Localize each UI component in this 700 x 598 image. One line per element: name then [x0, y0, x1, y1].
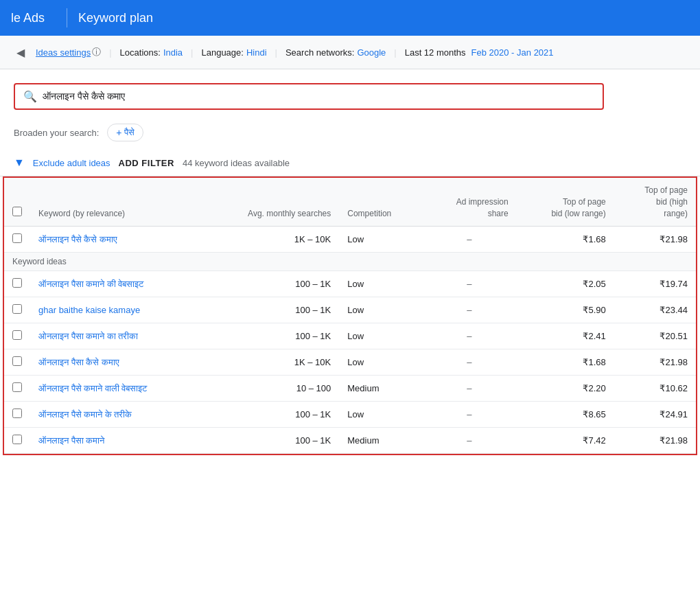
date-range: Feb 2020 - Jan 2021 — [471, 47, 554, 58]
row-bid-high: ₹21.98 — [614, 349, 696, 376]
broaden-plus-icon: + — [116, 127, 121, 138]
primary-bid-high: ₹21.98 — [614, 227, 696, 253]
filter-bar: ▼ Exclude adult ideas ADD FILTER 44 keyw… — [0, 152, 700, 176]
row-competition: Low — [339, 271, 422, 297]
header-checkbox-cell[interactable] — [4, 178, 30, 227]
row-keyword-link[interactable]: ऑनलाइन पैसा कैसे कमाए — [38, 357, 119, 367]
row-checkbox-cell[interactable] — [4, 402, 30, 428]
header-bid-high: Top of pagebid (highrange) — [614, 178, 696, 227]
primary-keyword-row: ऑनलाइन पैसे कैसे कमाए 1K – 10K Low – ₹1.… — [4, 227, 696, 253]
row-competition: Medium — [339, 376, 422, 402]
row-monthly: 100 – 1K — [202, 428, 340, 454]
table-row: ऑनलाइन पैसा कमाने 100 – 1K Medium – ₹7.4… — [4, 428, 696, 454]
row-checkbox-cell[interactable] — [4, 428, 30, 454]
row-keyword: ऑनलाइन पैसे कमाने के तरीके — [30, 402, 202, 428]
row-impression: – — [422, 323, 516, 349]
table-row: ओनलाइन पैसा कमाने का तरीका 100 – 1K Low … — [4, 323, 696, 349]
primary-keyword-link[interactable]: ऑनलाइन पैसे कैसे कमाए — [38, 234, 117, 244]
header-impression: Ad impressionshare — [422, 178, 516, 227]
keyword-ideas-section-row: Keyword ideas — [4, 253, 696, 271]
keyword-table: Keyword (by relevance) Avg. monthly sear… — [4, 178, 696, 454]
search-section: 🔍 ऑनलाइन पैसे कैसे कमाए — [0, 69, 700, 118]
row-checkbox[interactable] — [12, 409, 22, 418]
row-monthly: 100 – 1K — [202, 297, 340, 323]
row-impression: – — [422, 376, 516, 402]
row-impression: – — [422, 271, 516, 297]
row-keyword-link[interactable]: ghar baithe kaise kamaye — [38, 305, 140, 315]
select-all-checkbox[interactable] — [12, 207, 22, 216]
ideas-count: 44 keyword ideas available — [183, 158, 290, 168]
search-query: ऑनलाइन पैसे कैसे कमाए — [43, 91, 125, 102]
keyword-ideas-label: Keyword ideas — [4, 253, 696, 271]
table-row: ऑनलाइन पैसा कमाने की वेबसाइट 100 – 1K Lo… — [4, 271, 696, 297]
primary-keyword-text: ऑनलाइन पैसे कैसे कमाए — [30, 227, 202, 253]
row-checkbox-cell[interactable] — [4, 323, 30, 349]
header-competition: Competition — [339, 178, 422, 227]
language-value: Hindi — [246, 47, 267, 58]
primary-bid-low: ₹1.68 — [517, 227, 614, 253]
row-checkbox[interactable] — [12, 382, 22, 392]
row-bid-low: ₹7.42 — [517, 428, 614, 454]
table-body: ऑनलाइन पैसे कैसे कमाए 1K – 10K Low – ₹1.… — [4, 227, 696, 454]
page-title: Keyword plan — [78, 11, 153, 25]
row-competition: Low — [339, 297, 422, 323]
language-label: Language: — [201, 47, 243, 58]
locations-label: Locations: — [120, 47, 161, 58]
row-checkbox-cell[interactable] — [4, 271, 30, 297]
row-bid-low: ₹2.41 — [517, 323, 614, 349]
broaden-chip-text: पैसे — [124, 127, 135, 138]
search-box[interactable]: 🔍 ऑनलाइन पैसे कैसे कमाए — [14, 83, 604, 110]
primary-checkbox-cell[interactable] — [4, 227, 30, 253]
row-checkbox[interactable] — [12, 435, 22, 444]
header-monthly: Avg. monthly searches — [202, 178, 340, 227]
row-keyword-link[interactable]: ऑनलाइन पैसे कमाने वाली वेबसाइट — [38, 383, 147, 393]
row-checkbox[interactable] — [12, 304, 22, 314]
primary-monthly: 1K – 10K — [202, 227, 340, 253]
row-keyword-link[interactable]: ऑनलाइन पैसा कमाने — [38, 435, 104, 446]
row-keyword: ऑनलाइन पैसे कमाने वाली वेबसाइट — [30, 376, 202, 402]
ideas-settings-info-icon[interactable]: ⓘ — [92, 46, 101, 58]
search-networks-label: Search networks: — [285, 47, 354, 58]
table-header-row: Keyword (by relevance) Avg. monthly sear… — [4, 178, 696, 227]
row-impression: – — [422, 428, 516, 454]
back-button[interactable]: ◀ — [11, 43, 30, 62]
row-keyword: ghar baithe kaise kamaye — [30, 297, 202, 323]
row-keyword: ऑनलाइन पैसा कमाने की वेबसाइट — [30, 271, 202, 297]
add-filter-button[interactable]: ADD FILTER — [119, 158, 174, 168]
row-checkbox-cell[interactable] — [4, 297, 30, 323]
row-bid-low: ₹8.65 — [517, 402, 614, 428]
app-header: le Ads Keyword plan — [0, 0, 700, 36]
keyword-table-wrapper: Keyword (by relevance) Avg. monthly sear… — [3, 176, 697, 455]
row-impression: – — [422, 349, 516, 376]
row-monthly: 100 – 1K — [202, 323, 340, 349]
primary-checkbox[interactable] — [12, 233, 22, 243]
row-keyword-link[interactable]: ऑनलाइन पैसा कमाने की वेबसाइट — [38, 279, 143, 289]
row-competition: Low — [339, 323, 422, 349]
ideas-settings-link[interactable]: Ideas settings — [36, 47, 91, 58]
row-bid-low: ₹1.68 — [517, 349, 614, 376]
row-impression: – — [422, 402, 516, 428]
row-checkbox[interactable] — [12, 278, 22, 288]
row-bid-high: ₹24.91 — [614, 402, 696, 428]
table-row: ऑनलाइन पैसा कैसे कमाए 1K – 10K Low – ₹1.… — [4, 349, 696, 376]
row-bid-low: ₹2.20 — [517, 376, 614, 402]
locations-value: India — [163, 47, 183, 58]
row-keyword-link[interactable]: ऑनलाइन पैसे कमाने के तरीके — [38, 409, 132, 419]
row-competition: Low — [339, 349, 422, 376]
row-bid-high: ₹20.51 — [614, 323, 696, 349]
exclude-adult-ideas-link[interactable]: Exclude adult ideas — [33, 158, 110, 168]
broaden-chip[interactable]: + पैसे — [107, 124, 143, 141]
row-checkbox-cell[interactable] — [4, 349, 30, 376]
table-row: ऑनलाइन पैसे कमाने वाली वेबसाइट 10 – 100 … — [4, 376, 696, 402]
row-checkbox-cell[interactable] — [4, 376, 30, 402]
row-keyword-link[interactable]: ओनलाइन पैसा कमाने का तरीका — [38, 331, 138, 341]
row-competition: Medium — [339, 428, 422, 454]
app-name: le Ads — [11, 11, 56, 25]
row-checkbox[interactable] — [12, 330, 22, 340]
row-checkbox[interactable] — [12, 356, 22, 366]
settings-bar: ◀ Ideas settings ⓘ | Locations: India | … — [0, 36, 700, 69]
row-monthly: 1K – 10K — [202, 349, 340, 376]
row-monthly: 10 – 100 — [202, 376, 340, 402]
table-row: ऑनलाइन पैसे कमाने के तरीके 100 – 1K Low … — [4, 402, 696, 428]
broaden-section: Broaden your search: + पैसे — [0, 118, 700, 152]
